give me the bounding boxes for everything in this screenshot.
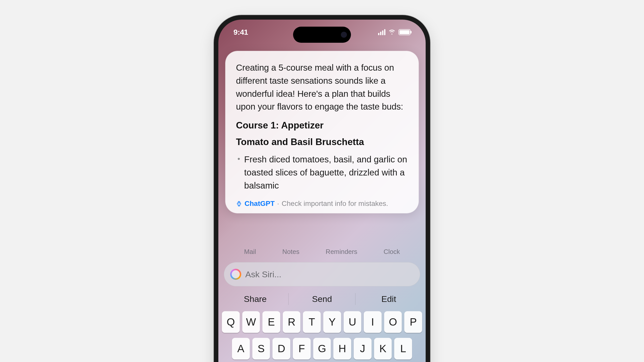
app-label-reminders: Reminders [326, 248, 357, 256]
keyboard: Q W E R T Y U I O P A S D F G H J K L [222, 311, 422, 362]
key-q[interactable]: Q [222, 311, 240, 333]
battery-icon [398, 29, 411, 35]
course-heading: Course 1: Appetizer [236, 120, 408, 131]
bullet-item: • Fresh diced tomatoes, basil, and garli… [236, 153, 408, 192]
key-d[interactable]: D [272, 338, 290, 359]
key-i[interactable]: I [364, 311, 382, 333]
suggestion-edit[interactable]: Edit [355, 290, 422, 308]
cellular-icon [378, 29, 385, 35]
status-time: 9:41 [233, 28, 248, 36]
dish-name: Tomato and Basil Bruschetta [236, 137, 408, 147]
key-h[interactable]: H [333, 338, 351, 359]
app-label-notes: Notes [282, 248, 299, 256]
attribution-warning: Check important info for mistakes. [282, 200, 388, 208]
status-right [378, 28, 411, 36]
app-label-clock: Clock [384, 248, 400, 256]
app-label-mail: Mail [244, 248, 256, 256]
key-f[interactable]: F [293, 338, 311, 359]
dynamic-island[interactable] [293, 27, 351, 43]
key-o[interactable]: O [384, 311, 402, 333]
siri-input[interactable]: Ask Siri... [224, 262, 420, 286]
key-y[interactable]: Y [323, 311, 341, 333]
attribution-name[interactable]: ChatGPT [245, 200, 275, 208]
app-label-row: Mail Notes Reminders Clock [218, 248, 426, 256]
response-card[interactable]: Creating a 5-course meal with a focus on… [225, 51, 419, 213]
key-g[interactable]: G [313, 338, 331, 359]
bullet-dot-icon: • [237, 153, 240, 192]
response-intro: Creating a 5-course meal with a focus on… [236, 61, 408, 113]
key-j[interactable]: J [354, 338, 372, 359]
key-u[interactable]: U [344, 311, 361, 333]
attribution-separator: · [277, 200, 279, 208]
suggestion-share[interactable]: Share [222, 290, 289, 308]
keyboard-row-1: Q W E R T Y U I O P [222, 311, 422, 333]
phone-frame: 9:41 Creating a 5-course meal with a foc… [214, 15, 430, 362]
attribution-row: ChatGPT · Check important info for mista… [236, 200, 408, 208]
key-k[interactable]: K [374, 338, 392, 359]
chatgpt-icon [236, 201, 242, 207]
key-r[interactable]: R [283, 311, 301, 333]
key-p[interactable]: P [404, 311, 422, 333]
key-a[interactable]: A [232, 338, 250, 359]
key-e[interactable]: E [262, 311, 280, 333]
key-t[interactable]: T [303, 311, 321, 333]
key-w[interactable]: W [242, 311, 260, 333]
phone-screen: 9:41 Creating a 5-course meal with a foc… [218, 20, 426, 362]
key-l[interactable]: L [394, 338, 412, 359]
wifi-icon [388, 28, 395, 36]
siri-orb-icon [230, 269, 241, 280]
suggestion-send[interactable]: Send [289, 290, 355, 308]
keyboard-row-2: A S D F G H J K L [222, 338, 422, 359]
suggestion-row: Share Send Edit [222, 290, 422, 308]
bullet-text: Fresh diced tomatoes, basil, and garlic … [244, 153, 408, 192]
siri-placeholder: Ask Siri... [245, 269, 281, 279]
response-content[interactable]: Creating a 5-course meal with a focus on… [236, 61, 408, 192]
key-s[interactable]: S [252, 338, 270, 359]
